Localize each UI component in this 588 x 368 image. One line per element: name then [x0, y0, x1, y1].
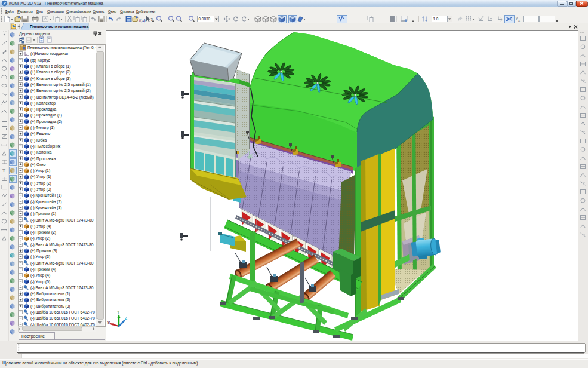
svg-text:x: x — [518, 19, 520, 22]
svg-text:Дерево модели: Дерево модели — [19, 31, 50, 36]
svg-text:Справка: Справка — [120, 9, 134, 13]
svg-text:(+) Вибропитатель (1): (+) Вибропитатель (1) — [30, 292, 70, 296]
svg-text:y: y — [516, 16, 518, 20]
svg-text:(+) Упор (3): (+) Упор (3) — [30, 187, 51, 192]
svg-text:Операции: Операции — [47, 9, 64, 13]
svg-text:Сервис: Сервис — [93, 9, 104, 13]
svg-text:Z: Z — [125, 316, 127, 320]
svg-text:X: X — [107, 321, 110, 325]
svg-text:0.0830: 0.0830 — [199, 17, 211, 21]
svg-text:Построение: Построение — [21, 334, 45, 339]
svg-text:(-) Прижим (1): (-) Прижим (1) — [30, 211, 56, 216]
svg-text:Окно: Окно — [108, 9, 116, 13]
svg-text:(+) Колонка: (+) Колонка — [30, 150, 52, 155]
svg-text:Файл: Файл — [5, 9, 14, 13]
svg-text:(+) Коллектор: (+) Коллектор — [30, 101, 56, 106]
svg-text:(+) Вентилятор № 2,5 правый (1: (+) Вентилятор № 2,5 правый (1) — [30, 82, 91, 87]
svg-text:Редактор: Редактор — [17, 9, 33, 13]
svg-text:(ф) Корпус: (ф) Корпус — [30, 58, 51, 63]
svg-text:(+) Вентилятор № 2,5 правый (2: (+) Вентилятор № 2,5 правый (2) — [30, 88, 91, 93]
svg-text:Пневмоочистительная машина: Пневмоочистительная машина — [30, 24, 88, 29]
svg-text:(-) Прижим (2): (-) Прижим (2) — [30, 230, 56, 235]
svg-text:(+) Прокладка (1): (+) Прокладка (1) — [30, 113, 62, 118]
svg-text:(+) Окно: (+) Окно — [30, 162, 46, 167]
svg-text:1.0: 1.0 — [433, 17, 439, 21]
svg-text:Щелкните левой кнопкой мыши на: Щелкните левой кнопкой мыши на объекте д… — [2, 361, 198, 366]
svg-text:(+) Упор (1): (+) Упор (1) — [30, 174, 51, 179]
svg-text:Пневмоочистительная машина (Те: Пневмоочистительная машина (Тел-0, С — [27, 45, 98, 50]
svg-text:?: ? — [150, 17, 153, 22]
svg-text:(-) Кронштейн (1): (-) Кронштейн (1) — [30, 193, 61, 198]
svg-text:(-) Винт А.М6-6gх8 ГОСТ 17473-: (-) Винт А.М6-6gх8 ГОСТ 17473-80 — [30, 261, 94, 266]
svg-text:(-) Винт А.М6-6gх8 ГОСТ 17473-: (-) Винт А.М6-6gх8 ГОСТ 17473-80 — [30, 243, 94, 247]
svg-text:(+) Упор (2): (+) Упор (2) — [30, 181, 51, 186]
svg-text:(-) Упор (5): (-) Упор (5) — [30, 280, 50, 284]
svg-text:Спецификация: Спецификация — [66, 9, 91, 13]
svg-text:(-) Кронштейн (2): (-) Кронштейн (2) — [30, 200, 61, 204]
svg-text:(-) Прижим (4): (-) Прижим (4) — [30, 267, 56, 272]
svg-text:(-) Упор (3): (-) Упор (3) — [30, 254, 50, 259]
svg-text:Вид: Вид — [36, 9, 43, 13]
svg-text:(+) Вентилятор ВЦ14-46-2 (левы: (+) Вентилятор ВЦ14-46-2 (левый) — [30, 95, 94, 100]
svg-text:(-) Винт А.М6-6gх8 ГОСТ 17473-: (-) Винт А.М6-6gх8 ГОСТ 17473-80 — [30, 218, 94, 223]
svg-text:Библиотеки: Библиотеки — [136, 9, 156, 13]
svg-text:(+) Вибропитатель (3): (+) Вибропитатель (3) — [30, 304, 70, 309]
svg-text:(+) Клапан в сборе (2): (+) Клапан в сборе (2) — [30, 70, 70, 75]
svg-text:(+) Вибропитатель (2): (+) Вибропитатель (2) — [30, 298, 70, 302]
svg-text:f(x): f(x) — [139, 18, 146, 23]
svg-text:(-) Шайба 10 65Г.016 ГОСТ 640: (-) Шайба 10 65Г.016 ГОСТ 6402-70 — [30, 316, 95, 321]
svg-text:(+) Упор (4): (+) Упор (4) — [30, 224, 51, 229]
svg-text:(т)Начало координат: (т)Начало координат — [30, 51, 69, 56]
svg-text:КОМПАС-3D V13 - Пневмоочистите: КОМПАС-3D V13 - Пневмоочистительная маши… — [9, 1, 103, 5]
svg-text:(+) Прокладка (2): (+) Прокладка (2) — [30, 119, 62, 124]
svg-text:(-) Винт А.М6-6gх8 ГОСТ 17473-: (-) Винт А.М6-6gх8 ГОСТ 17473-80 — [30, 286, 94, 290]
svg-text:(+) Клапан в сборе (3): (+) Клапан в сборе (3) — [30, 76, 70, 81]
svg-text:(-) Фильтр (1): (-) Фильтр (1) — [30, 125, 54, 130]
svg-text:(+) Прижим (3): (+) Прижим (3) — [30, 249, 57, 253]
svg-text:(+) Прокладка: (+) Прокладка — [30, 107, 56, 112]
svg-text:(-) Кронштейн (3): (-) Кронштейн (3) — [30, 206, 61, 210]
svg-text:(-) Шайба 10 65Г.016 ГОСТ 640: (-) Шайба 10 65Г.016 ГОСТ 6402-70 — [30, 310, 95, 315]
svg-text:T: T — [2, 168, 5, 173]
svg-text:(-) Пылесборник: (-) Пылесборник — [30, 144, 60, 149]
svg-text:(-) Упор (1): (-) Упор (1) — [30, 168, 50, 173]
svg-text:(+) Проставка: (+) Проставка — [30, 157, 56, 161]
svg-text:(-) Упор (4): (-) Упор (4) — [30, 273, 50, 278]
svg-text:(+) Юбка: (+) Юбка — [30, 138, 47, 143]
svg-text:(+) Клапан в сборе (1): (+) Клапан в сборе (1) — [30, 64, 70, 69]
svg-text:(-) Упор (2): (-) Упор (2) — [30, 236, 50, 241]
svg-text:(+) Решето: (+) Решето — [30, 131, 51, 136]
svg-text:Y: Y — [117, 310, 120, 314]
